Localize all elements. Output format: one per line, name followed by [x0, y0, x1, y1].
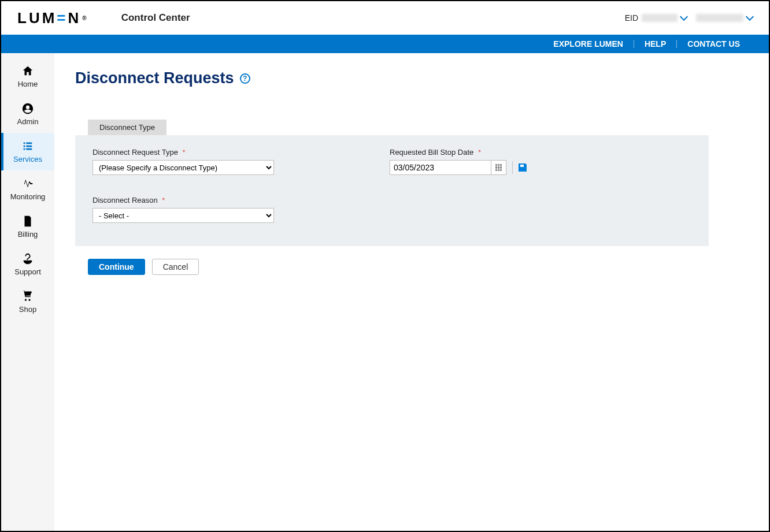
nav-help[interactable]: HELP [634, 40, 676, 48]
sidebar-item-label: Services [13, 155, 42, 163]
eid-value-redacted [642, 14, 678, 22]
save-icon[interactable] [519, 163, 527, 172]
sidebar-item-label: Shop [19, 305, 36, 314]
page-title: Disconnect Requests ? [75, 69, 250, 87]
help-icon[interactable]: ? [240, 73, 250, 84]
sidebar-item-support[interactable]: Support [1, 245, 54, 283]
sidebar-item-label: Support [14, 267, 41, 276]
required-mark: * [183, 148, 186, 157]
home-icon [21, 65, 34, 77]
calendar-button[interactable] [491, 160, 506, 175]
eid-dropdown[interactable]: EID [625, 13, 687, 23]
brand-logo: LUM=N® [17, 9, 87, 27]
separator [512, 161, 513, 174]
select-request-type[interactable]: (Please Specify a Disconnect Type) [92, 160, 274, 175]
form-row-1: Disconnect Request Type * (Please Specif… [92, 148, 691, 175]
user-dropdown[interactable] [696, 14, 753, 22]
user-circle-icon [21, 102, 34, 115]
support-icon [21, 252, 34, 265]
group-disconnect-reason: Disconnect Reason * - Select - [92, 196, 274, 223]
select-disconnect-reason[interactable]: - Select - [92, 208, 274, 223]
utility-nav: EXPLORE LUMEN HELP CONTACT US [1, 35, 769, 53]
disconnect-type-panel: Disconnect Request Type * (Please Specif… [75, 135, 709, 246]
label-request-type: Disconnect Request Type * [92, 148, 274, 157]
logo-text-suffix: N [68, 9, 82, 27]
calendar-icon [495, 164, 502, 171]
tab-disconnect-type[interactable]: Disconnect Type [88, 120, 166, 135]
logo-registered: ® [82, 15, 86, 21]
sidebar: Home Admin Services Monitoring Billing [1, 53, 54, 531]
label-disconnect-reason: Disconnect Reason * [92, 196, 274, 204]
sidebar-item-billing[interactable]: Billing [1, 208, 54, 245]
logo-blue-bar: = [57, 9, 68, 27]
pulse-icon [21, 177, 34, 190]
sidebar-item-home[interactable]: Home [1, 58, 54, 95]
nav-explore-lumen[interactable]: EXPLORE LUMEN [543, 40, 634, 48]
top-header: LUM=N® Control Center EID [1, 1, 769, 35]
cancel-button[interactable]: Cancel [152, 259, 199, 275]
eid-label: EID [625, 13, 638, 23]
app-title: Control Center [121, 12, 190, 24]
cart-icon [21, 290, 34, 303]
layout: Home Admin Services Monitoring Billing [1, 53, 769, 531]
sidebar-item-label: Admin [17, 117, 39, 126]
sidebar-item-label: Home [18, 80, 38, 88]
required-mark: * [162, 196, 165, 204]
date-input-row [390, 160, 527, 175]
header-right: EID [625, 13, 753, 23]
invoice-icon [21, 215, 34, 228]
label-text: Disconnect Reason [92, 196, 158, 204]
chevron-down-icon [746, 13, 754, 21]
label-text: Disconnect Request Type [92, 148, 178, 157]
label-bill-stop: Requested Bill Stop Date * [390, 148, 527, 157]
list-icon [21, 140, 34, 152]
nav-contact-us[interactable]: CONTACT US [676, 40, 750, 48]
tab-row: Disconnect Type [75, 120, 748, 135]
main-content: Disconnect Requests ? Disconnect Type Di… [54, 53, 769, 531]
sidebar-item-admin[interactable]: Admin [1, 95, 54, 133]
chevron-down-icon [680, 13, 688, 21]
logo-text-prefix: LUM [17, 9, 57, 27]
sidebar-item-shop[interactable]: Shop [1, 283, 54, 321]
sidebar-item-label: Billing [18, 230, 38, 239]
label-text: Requested Bill Stop Date [390, 148, 473, 157]
sidebar-item-services[interactable]: Services [1, 133, 54, 170]
form-row-2: Disconnect Reason * - Select - [92, 196, 691, 223]
group-bill-stop-date: Requested Bill Stop Date * [390, 148, 527, 175]
action-row: Continue Cancel [75, 259, 748, 275]
continue-button[interactable]: Continue [88, 259, 145, 275]
group-request-type: Disconnect Request Type * (Please Specif… [92, 148, 274, 175]
input-bill-stop-date[interactable] [390, 160, 491, 175]
sidebar-item-monitoring[interactable]: Monitoring [1, 170, 54, 208]
sidebar-item-label: Monitoring [10, 192, 46, 201]
page-title-text: Disconnect Requests [75, 69, 234, 87]
required-mark: * [478, 148, 481, 157]
user-name-redacted [696, 14, 743, 22]
